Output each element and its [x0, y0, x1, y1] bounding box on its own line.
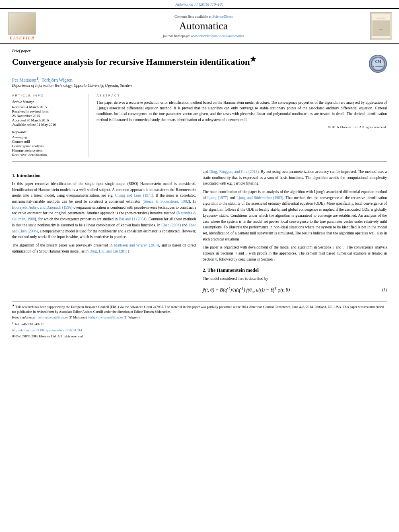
ref-sec6[interactable]: 6 [215, 257, 217, 261]
svg-text:CM: CM [375, 60, 381, 64]
info-abstract-columns: ARTICLE INFO Article history: Received 4… [12, 94, 387, 157]
svg-text:CrossMark: CrossMark [373, 66, 383, 68]
divider-after-abstract [12, 161, 387, 162]
footnote-tel: 1 Tel.: +46 739 540317. [12, 321, 387, 327]
keywords-label: Keywords: [12, 130, 83, 134]
ref-sec4[interactable]: 4 [235, 251, 237, 255]
equation-number-1: (1) [382, 287, 387, 293]
svg-text:automatica: automatica [376, 17, 385, 19]
footnote-funding: ★ This research has been supported by th… [12, 304, 387, 314]
article-info-column: ARTICLE INFO Article history: Received 4… [12, 94, 88, 157]
footnote-issn: 0005-1098/© 2016 Elsevier Ltd. All right… [12, 334, 387, 339]
elsevier-name: ELSEVIER [10, 35, 35, 40]
article-title-text: Convergence analysis for recursive Hamme… [12, 55, 365, 68]
history-revised-date: 25 November 2015 [12, 114, 83, 118]
intro-para-1: In this paper recursive identification o… [12, 181, 196, 240]
top-citation-bar: Automatica 71 (2016) 179–186 [0, 0, 399, 8]
crossmark-badge: CM CrossMark [369, 55, 387, 73]
history-revised-label: Received in revised form [12, 109, 83, 113]
equation-1: ŷ(t, θ) = B(q-1)/A(q-1) f(θn, u(t)) = θ̄… [203, 285, 387, 295]
header-center: Contents lists available at ScienceDirec… [44, 14, 363, 38]
right-para-3: The paper is organized with development … [203, 244, 387, 262]
ref-stoica[interactable]: Stoica & Söderström, 1982 [144, 199, 189, 203]
right-para-2: The main contribution of the paper is an… [203, 189, 387, 242]
ref-boutayeb[interactable]: Boutayeb, Aubry, and Darouach (1996) [12, 205, 72, 210]
body-columns: 1. Introduction In this paper recursive … [0, 169, 399, 298]
body-right-column: and Ding, Xinggao, and Chu (2013). By no… [203, 169, 387, 298]
journal-name: Automatica [44, 20, 363, 32]
citation-text: Automatica 71 (2016) 179–186 [175, 2, 223, 6]
ref-sec7[interactable]: 7 [274, 257, 276, 261]
abstract-heading: ABSTRACT [97, 94, 387, 97]
footnotes-section: ★ This research has been supported by th… [12, 301, 387, 339]
affiliation: Department of Information Technology, Up… [12, 84, 387, 88]
abstract-text: This paper derives a recursive predictio… [97, 100, 387, 123]
header-right: automatica cover [367, 12, 395, 40]
body-left-column: 1. Introduction In this paper recursive … [12, 169, 196, 298]
divider-after-affiliation [12, 91, 387, 91]
elsevier-logo-image [8, 12, 36, 35]
ref-chen-2004[interactable]: Chen (2004) [161, 223, 181, 227]
elsevier-logo: ELSEVIER [4, 12, 40, 40]
intro-para-2: The algorithm of the present paper was p… [12, 242, 196, 254]
history-label: Article history: [12, 100, 83, 104]
author-mattsson[interactable]: Per Mattsson [12, 78, 36, 82]
ref-mattsson-wigren[interactable]: Mattsson and Wigren (2014) [114, 243, 159, 247]
ref-narendra[interactable]: Narendra & Gallman, 1966 [12, 211, 196, 221]
keyword-recursive: Recursive identification [12, 153, 83, 157]
history-online: Available online 31 May 2016 [12, 123, 83, 127]
keyword-hammerstein: Hammerstein system [12, 148, 83, 152]
science-direct-link[interactable]: ScienceDirect [212, 14, 232, 18]
email-wigren[interactable]: torbjorn.wigren@it.uu.se [88, 315, 123, 319]
ref-ding-liu[interactable]: Ding, Liu, and Liu (2011) [89, 249, 129, 253]
contents-available-line: Contents lists available at ScienceDirec… [44, 14, 363, 18]
footnote-doi: http://dx.doi.org/10.1016/j.automatica.2… [12, 328, 387, 333]
svg-rect-0 [10, 13, 34, 33]
svg-rect-4 [14, 29, 30, 29]
right-para-1: and Ding, Xinggao, and Chu (2013). By no… [203, 169, 387, 187]
title-star: ★ [250, 55, 256, 63]
ref-sec5[interactable]: 5 [245, 251, 247, 255]
history-accepted: Accepted 30 March 2016 [12, 118, 83, 122]
copyright: © 2016 Elsevier Ltd. All rights reserved… [97, 125, 387, 129]
section2-intro: The model considered here is described b… [203, 276, 387, 282]
abstract-column: ABSTRACT This paper derives a recursive … [97, 94, 387, 157]
authors-line: Per Mattsson1, Torbjörn Wigren [12, 76, 387, 82]
ref-sec3[interactable]: 3 [343, 245, 345, 249]
article-info-heading: ARTICLE INFO [12, 94, 83, 97]
ref-chang-luus[interactable]: Chang and Luus (1971) [115, 193, 153, 197]
svg-point-1 [17, 15, 27, 29]
journal-thumbnail: automatica cover [370, 12, 392, 40]
article-title-row: Convergence analysis for recursive Hamme… [12, 55, 387, 73]
journal-url[interactable]: www.elsevier.com/locate/automatica [191, 34, 244, 38]
keyword-convergence: Convergence analysis [12, 144, 83, 148]
ref-ljung-1977[interactable]: Ljung (1977) [207, 196, 228, 200]
footnote-email: E-mail addresses: per.mattsson@it.uu.se … [12, 315, 387, 320]
page: Automatica 71 (2016) 179–186 ELSEVIER Co… [0, 0, 399, 532]
section1-heading: 1. Introduction [12, 172, 196, 179]
ref-ljung-soderstrom[interactable]: Ljung and Söderström (1983) [237, 196, 283, 200]
ref-ding-xinggao[interactable]: Ding, Xinggao, and Chu (2013) [210, 170, 259, 174]
history-received: Received 4 March 2015 [12, 105, 83, 109]
journal-homepage-line: journal homepage: www.elsevier.com/locat… [44, 34, 363, 38]
section2-heading: 2. The Hammerstein model [203, 267, 387, 274]
svg-rect-8 [372, 21, 389, 36]
author-wigren[interactable]: Torbjörn Wigren [42, 78, 73, 82]
article-type-label: Brief paper [12, 49, 387, 53]
article-content: Brief paper Convergence analysis for rec… [0, 44, 399, 169]
journal-header: ELSEVIER Contents lists available at Sci… [0, 8, 399, 44]
svg-text:cover: cover [379, 29, 383, 31]
doi-link[interactable]: http://dx.doi.org/10.1016/j.automatica.2… [12, 328, 82, 332]
ref-bai-li[interactable]: Bai and Li (2004) [119, 217, 146, 221]
equation-content: ŷ(t, θ) = B(q-1)/A(q-1) f(θn, u(t)) = θ̄… [203, 285, 290, 295]
keyword-averaging: Averaging [12, 135, 83, 139]
ref-sec2[interactable]: 2 [333, 245, 335, 249]
keyword-cement: Cement mill [12, 140, 83, 144]
email-mattsson[interactable]: per.mattsson@it.uu.se [37, 315, 68, 319]
svg-point-3 [21, 21, 24, 24]
